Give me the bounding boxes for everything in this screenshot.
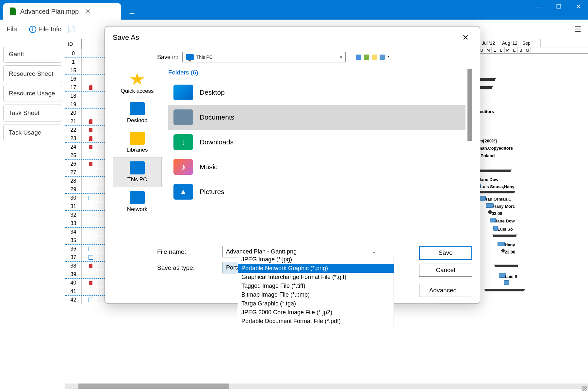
chevron-down-icon: ▾ [340,55,342,59]
close-tab-icon[interactable]: ✕ [83,6,93,17]
folder-icon: ↓ [173,134,193,150]
cancel-button[interactable]: Cancel [419,264,472,277]
horizontal-scrollbar[interactable] [65,384,588,389]
up-icon[interactable] [364,55,369,60]
save-type-label: Save as type: [157,264,216,271]
place-libraries[interactable]: Libraries [113,128,162,157]
place-quick-access[interactable]: Quick access [113,69,162,98]
monitor-icon [130,102,145,115]
place-network[interactable]: Network [113,187,162,217]
dropdown-item[interactable]: Portable Document Format File (*.pdf) [238,317,394,326]
share-button[interactable]: 📄 [67,25,75,33]
folder-icon [130,132,145,145]
chevron-down-icon[interactable]: ⌄ [372,250,376,254]
title-bar: Advanced Plan.mpp ✕ ＋ — ☐ ✕ [0,0,588,20]
new-tab-button[interactable]: ＋ [127,7,137,20]
col-icon [82,39,100,49]
sidebar-tab-resource-sheet[interactable]: Resource Sheet [3,65,62,82]
separator [23,24,23,35]
hamburger-menu[interactable]: ☰ [574,25,581,34]
folder-icon: ♪ [173,159,193,175]
filename-label: File name: [157,248,216,255]
dialog-titlebar: Save As ✕ [105,26,480,49]
folder-desktop[interactable]: Desktop [168,80,466,105]
folders-heading: Folders (6) [168,69,466,76]
view-menu-icon[interactable] [380,55,385,60]
sidebar-tab-task-usage[interactable]: Task Usage [3,124,62,141]
chevron-down-icon[interactable]: ▾ [387,55,389,60]
dropdown-item[interactable]: Bitmap Image File (*.bmp) [238,290,394,299]
folder-downloads[interactable]: ↓Downloads [168,130,466,155]
pc-icon [130,161,145,174]
dropdown-item[interactable]: Targa Graphic (*.tga) [238,299,394,308]
file-icon [10,8,16,15]
dialog-close-button[interactable]: ✕ [459,32,472,43]
pc-icon [186,54,194,60]
place-this-pc[interactable]: This PC [113,157,162,187]
file-menu[interactable]: File [7,25,17,33]
save-in-value: This PC [196,55,213,60]
close-window-button[interactable]: ✕ [568,0,588,13]
window-controls: — ☐ ✕ [529,0,588,13]
sidebar-tab-task-sheet[interactable]: Task Sheet [3,105,62,122]
folder-documents[interactable]: Documents [168,105,466,130]
save-in-label: Save in: [157,54,178,61]
info-icon: i [29,26,36,33]
star-icon [130,73,145,86]
network-icon [130,191,145,204]
folder-icon [173,85,193,100]
advanced-button[interactable]: Advanced... [419,284,472,297]
save-in-dropdown[interactable]: This PC ▾ [182,52,346,62]
sidebar-tab-resource-usage[interactable]: Resource Usage [3,85,62,102]
dropdown-item[interactable]: JPEG 2000 Core Image File (*.jp2) [238,308,394,317]
save-in-row: Save in: This PC ▾ ▾ [105,49,480,66]
tab-title: Advanced Plan.mpp [20,8,79,15]
folder-scrollbar[interactable] [467,69,472,141]
dropdown-item[interactable]: Portable Network Graphic (*.png) [238,264,394,273]
folder-music[interactable]: ♪Music [168,155,466,179]
maximize-button[interactable]: ☐ [549,0,568,13]
folder-list[interactable]: ▴ Folders (6) Desktop Documents ↓Downloa… [162,66,472,242]
view-sidebar: Gantt Resource Sheet Resource Usage Task… [0,39,65,392]
places-sidebar: Quick access Desktop Libraries This PC N… [113,66,162,242]
toolbar-icons: ▾ [356,55,389,60]
scrollbar-thumb[interactable] [78,384,229,389]
back-icon[interactable] [356,55,361,60]
folder-icon: ▲ [173,184,193,200]
file-info-label: File Info [38,25,61,33]
resize-grip[interactable] [582,386,587,391]
dropdown-item[interactable]: JPEG Image (*.jpg) [238,255,394,264]
minimize-button[interactable]: — [529,0,549,13]
new-folder-icon[interactable] [372,55,377,60]
sidebar-tab-gantt[interactable]: Gantt [3,46,62,63]
folder-icon [173,109,193,125]
place-desktop[interactable]: Desktop [113,98,162,128]
dialog-title: Save As [113,33,139,42]
dropdown-item[interactable]: Tagged Image File (*.tiff) [238,282,394,290]
save-button[interactable]: Save [419,246,472,260]
dropdown-item[interactable]: Graphical Interchange Format File (*.gif… [238,273,394,282]
folder-pictures[interactable]: ▲Pictures [168,179,466,204]
filename-value: Advanced Plan - Gantt.png [226,248,297,255]
document-tab[interactable]: Advanced Plan.mpp ✕ [3,3,121,20]
col-id: ID [65,39,82,49]
file-type-dropdown-list[interactable]: JPEG Image (*.jpg)Portable Network Graph… [238,255,394,326]
file-info-button[interactable]: i File Info [29,25,61,33]
